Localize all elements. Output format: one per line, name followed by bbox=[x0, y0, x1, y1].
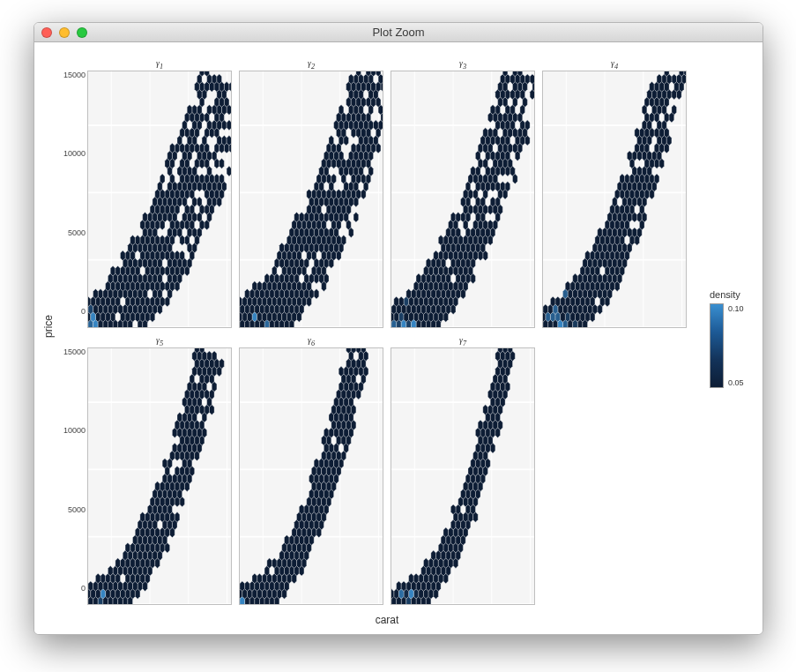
hexbin-panel: 0.51.01.52.0 bbox=[391, 347, 535, 605]
hexbin-panel bbox=[87, 71, 232, 328]
close-icon[interactable] bbox=[41, 27, 52, 38]
legend-ticks: 0.10 0.05 bbox=[728, 304, 744, 387]
hexbin-panel bbox=[391, 71, 535, 328]
minimize-icon[interactable] bbox=[59, 27, 70, 38]
y-ticks: 050001000015000 bbox=[56, 347, 86, 593]
hexbin-panel: 0.51.01.52.0 bbox=[239, 347, 383, 605]
facet-title: γ7 bbox=[391, 335, 535, 347]
plot-content: price carat 050001000015000γ1γ2γ3γ405000… bbox=[34, 42, 763, 634]
titlebar: Plot Zoom bbox=[34, 23, 763, 42]
facet-panel: 050001000015000γ50.51.01.52.0 bbox=[87, 335, 232, 605]
facet-panel: γ60.51.01.52.0 bbox=[239, 335, 383, 605]
hexbin-panel: 0.51.01.52.0 bbox=[87, 347, 232, 605]
y-tick: 5000 bbox=[56, 228, 86, 237]
facet-title: γ3 bbox=[391, 58, 535, 71]
window-title: Plot Zoom bbox=[34, 26, 763, 39]
facet-panel: γ3 bbox=[391, 58, 535, 328]
y-axis-label: price bbox=[42, 315, 55, 338]
y-tick: 10000 bbox=[56, 149, 86, 158]
y-tick: 10000 bbox=[56, 426, 86, 435]
facet-title: γ5 bbox=[87, 335, 232, 347]
facet-title: γ2 bbox=[239, 58, 383, 71]
plot-zoom-window: Plot Zoom price carat 050001000015000γ1γ… bbox=[33, 22, 763, 635]
facet-panel: γ70.51.01.52.0 bbox=[391, 335, 535, 605]
y-tick: 0 bbox=[56, 307, 86, 316]
y-tick: 15000 bbox=[56, 71, 86, 79]
y-tick: 0 bbox=[56, 584, 86, 593]
zoom-icon[interactable] bbox=[77, 27, 87, 38]
facet-title: γ1 bbox=[87, 58, 232, 71]
plot-area: price carat 050001000015000γ1γ2γ3γ405000… bbox=[87, 58, 687, 623]
legend-tick: 0.10 bbox=[728, 304, 744, 313]
legend: density 0.10 0.05 bbox=[710, 289, 752, 388]
y-ticks: 050001000015000 bbox=[56, 71, 86, 316]
facet-panel: γ2 bbox=[239, 58, 383, 328]
facet-panel: 050001000015000γ1 bbox=[87, 58, 232, 328]
facet-panel: γ4 bbox=[542, 58, 687, 328]
traffic-lights bbox=[41, 27, 87, 38]
legend-tick: 0.05 bbox=[728, 378, 744, 387]
hexbin-panel bbox=[542, 71, 687, 328]
hexbin-panel bbox=[239, 71, 383, 328]
facet-title: γ4 bbox=[542, 58, 687, 71]
x-axis-label: carat bbox=[376, 614, 399, 626]
legend-title: density bbox=[710, 289, 752, 300]
facet-grid: 050001000015000γ1γ2γ3γ4050001000015000γ5… bbox=[87, 58, 687, 605]
y-tick: 15000 bbox=[56, 347, 86, 356]
colorbar: 0.10 0.05 bbox=[710, 303, 724, 388]
facet-title: γ6 bbox=[239, 335, 383, 347]
y-tick: 5000 bbox=[56, 505, 86, 514]
